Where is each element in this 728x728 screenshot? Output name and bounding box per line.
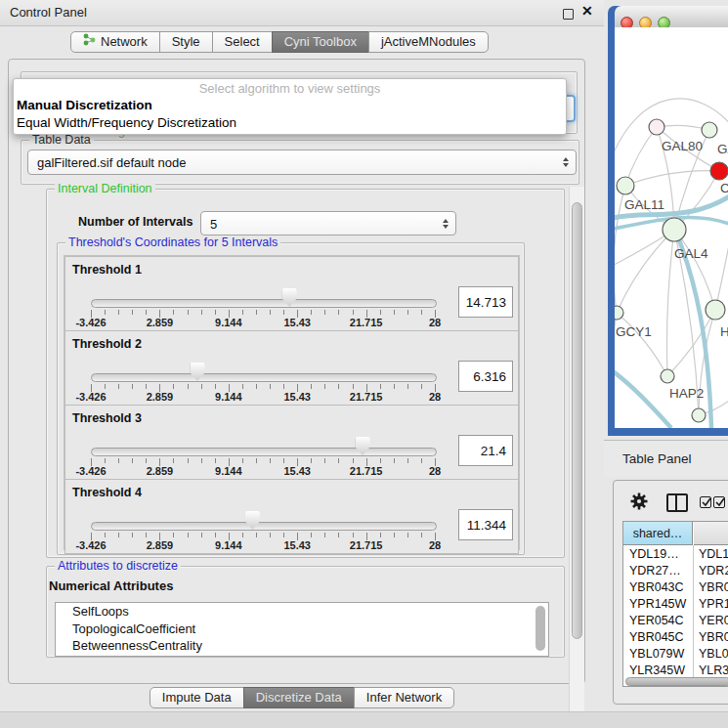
tab-network[interactable]: Network [70,31,160,53]
network-node-ga[interactable] [702,122,717,138]
cell-shared-name: YDL19… [629,546,679,563]
table-data-value: galFiltered.sif default node [37,155,186,170]
network-node[interactable] [692,408,706,422]
network-node-gal11[interactable] [617,177,634,194]
network-node-hap2[interactable] [661,369,674,383]
attribute-list-item[interactable]: BetweennessCentrality [56,637,548,655]
dropdown-item[interactable]: Manual Discretization [17,98,152,112]
slider-tick [132,384,133,389]
slider-tick [283,533,284,537]
slider-tick [132,310,133,315]
slider-tick [394,533,395,537]
tab-infer-network[interactable]: Infer Network [354,687,454,708]
checkbox-icon[interactable] [713,496,725,508]
tab-discretize-data[interactable]: Discretize Data [243,687,355,708]
checkbox-icon[interactable] [700,496,711,508]
tab-label: Style [172,32,200,52]
slider-track[interactable] [91,373,437,382]
table-data-group: Table Data galFiltered.sif default node [21,140,579,185]
network-node-h[interactable] [706,300,725,320]
tick-label: 21.715 [350,465,383,477]
slider-tick [173,458,174,463]
tab-style[interactable]: Style [159,31,213,53]
num-intervals-value: 5 [210,216,217,231]
network-node-c[interactable] [710,162,728,180]
float-window-icon[interactable] [563,9,574,20]
table-row[interactable]: YER054CYER0 [623,613,728,629]
slider-tick [146,310,147,315]
slider-tick [407,533,408,537]
tick-label: -3.426 [75,465,106,477]
gear-icon[interactable] [629,492,649,515]
table-row[interactable]: YDL19…YDL1 [623,546,728,563]
num-intervals-combobox[interactable]: 5 [200,211,456,236]
attribute-list-item[interactable]: SelfLoops [56,603,548,621]
table-row[interactable]: YBR043CYBR0 [623,579,728,596]
network-node-gal4[interactable] [663,218,686,241]
table-data-combobox[interactable]: galFiltered.sif default node [27,150,577,175]
threshold-value-field[interactable]: 11.344 [458,509,513,540]
tick-label: 21.715 [350,317,383,328]
slider-tick [283,458,284,463]
node-label: GCY1 [616,324,652,339]
list-scrollbar-thumb[interactable] [535,606,545,651]
cell-name: YBL0 [699,646,728,663]
slider-tick [311,384,312,389]
threshold-block: Threshold 3-3.4262.8599.14415.4321.71528… [64,405,519,480]
node-attribute-table[interactable]: shared…naYDL19…YDL1YDR27…YDR2YBR043CYBR0… [622,521,728,687]
slider-tick [380,384,381,389]
threshold-block: Threshold 4-3.4262.8599.14415.4321.71528… [64,479,519,554]
numerical-attributes-list[interactable]: SelfLoopsTopologicalCoefficientBetweenne… [55,602,549,657]
slider-tick [105,533,106,537]
dropdown-item[interactable]: Equal Width/Frequency Discretization [17,115,236,130]
tick-label: 2.859 [147,391,174,403]
slider-tick [338,533,339,537]
split-panel-icon[interactable] [666,493,688,512]
table-row[interactable]: YBL079WYBL0 [623,646,728,663]
column-header-shared-name[interactable]: shared… [623,522,693,545]
table-panel-title: Table Panel [622,451,692,466]
tick-label: 28 [429,391,441,403]
table-row[interactable]: YPR145WYPR1 [623,596,728,613]
tab-impute-data[interactable]: Impute Data [150,687,244,708]
slider-tick [188,310,189,315]
threshold-label: Threshold 3 [72,411,142,425]
tab-jactivemnodules[interactable]: jActiveMNodules [368,31,489,53]
slider-tick [338,458,339,463]
close-icon[interactable]: ✕ [581,3,593,19]
slider-tick [270,458,271,463]
slider-tick [394,310,395,315]
network-window-titlebar[interactable] [615,6,728,28]
threshold-value-field[interactable]: 21.4 [458,435,513,466]
threshold-label: Threshold 2 [72,337,142,351]
tick-label: 2.859 [147,317,174,328]
slider-track[interactable] [91,299,437,308]
scrollbar-thumb[interactable] [625,677,728,686]
network-node-gcy1[interactable] [615,306,623,320]
table-horizontal-scrollbar[interactable] [625,677,728,686]
tab-select[interactable]: Select [212,31,273,53]
slider-tick [421,533,422,537]
slider-tick [146,458,147,463]
threshold-value-field[interactable]: 6.316 [458,361,513,392]
attribute-list-item[interactable]: TopologicalCoefficient [56,621,548,638]
slider-track[interactable] [91,522,437,531]
table-row[interactable]: YBR045CYBR0 [623,629,728,646]
settings-vertical-scrollbar[interactable] [569,187,584,712]
tick-label: -3.426 [75,539,106,551]
node-label: GAL80 [662,139,703,153]
slider-tick [353,458,354,463]
tab-label: Discretize Data [256,688,342,707]
table-row[interactable]: YDR27…YDR2 [623,563,728,579]
slider-track[interactable] [91,448,437,456]
tick-label: 2.859 [147,465,174,477]
network-view-canvas[interactable]: GAL80GACGAL11GAL4GCY1HHAP2 [615,27,728,428]
tick-label: 15.43 [283,465,311,477]
num-intervals-label: Number of Intervals [78,215,193,229]
slider-tick [215,384,216,389]
tab-cyni-toolbox[interactable]: Cyni Toolbox [272,31,369,53]
threshold-value-field[interactable]: 14.713 [458,286,513,318]
scrollbar-thumb[interactable] [572,202,582,639]
column-header-name[interactable]: na [694,522,728,545]
network-node-gal80[interactable] [649,119,664,135]
